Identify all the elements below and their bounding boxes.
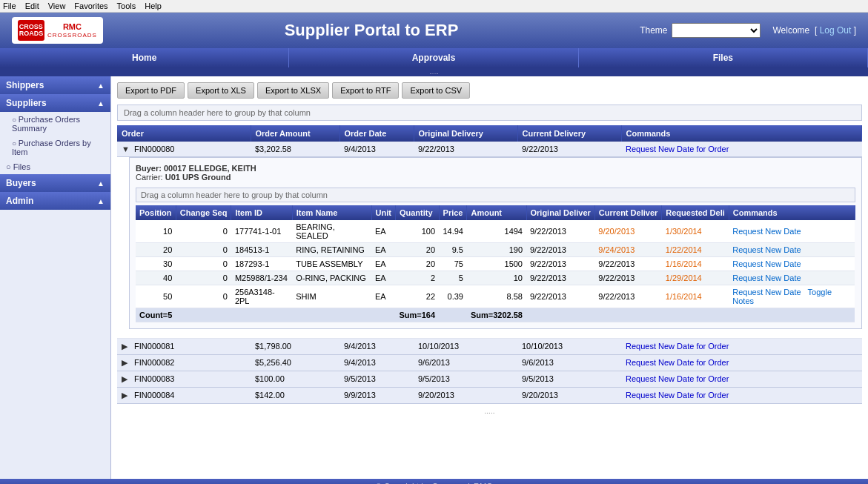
nav-home[interactable]: Home	[0, 48, 289, 67]
item-id-cell: 187293-1	[231, 257, 292, 271]
inner-cmd-cell: Request New Date	[729, 243, 855, 257]
commands-cell: Request New Date for Order	[621, 142, 862, 157]
inner-col-unit[interactable]: Unit	[371, 205, 395, 220]
menu-edit[interactable]: Edit	[25, 1, 39, 10]
menu-favorites[interactable]: Favorites	[74, 1, 107, 10]
chg-seq-cell: 0	[176, 257, 231, 271]
request-new-date-order-link[interactable]: Request New Date for Order	[626, 391, 729, 400]
footer-empty3	[292, 308, 371, 322]
inner-col-req-delivery[interactable]: Requested Deli	[662, 205, 729, 220]
menu-bar: File Edit View Favorites Tools Help	[0, 0, 868, 13]
req-new-date-link[interactable]: Request New Date	[732, 245, 801, 254]
theme-area: Theme	[640, 23, 761, 38]
price-cell: 5	[439, 271, 467, 285]
col-commands[interactable]: Commands	[621, 125, 862, 142]
amount-cell: 1494	[467, 220, 526, 243]
request-new-date-order-link[interactable]: Request New Date for Order	[626, 342, 729, 351]
curr-delivery-cell: 9/20/2013	[517, 388, 621, 404]
col-order-amount[interactable]: Order Amount	[251, 125, 339, 142]
item-id-cell: 177741-1-01	[231, 220, 292, 243]
qty-cell: 2	[395, 271, 439, 285]
col-order[interactable]: Order	[117, 125, 251, 142]
main-table: Order Order Amount Order Date Original D…	[117, 125, 862, 404]
request-new-date-order-link[interactable]: Request New Date for Order	[626, 145, 729, 153]
inner-col-orig-delivery[interactable]: Original Deliver	[526, 205, 594, 220]
req-del-cell: 1/16/2014	[662, 257, 729, 271]
req-new-date-link[interactable]: Request New Date	[732, 274, 801, 282]
order-amount-cell: $5,256.40	[251, 355, 339, 371]
unit-cell: EA	[371, 243, 395, 257]
unit-cell: EA	[371, 220, 395, 243]
orig-delivery-cell: 10/10/2013	[414, 339, 517, 355]
sidebar-item-purchase-orders-summary[interactable]: Purchase Orders Summary	[0, 112, 110, 136]
inner-col-change-seq[interactable]: Change Seq	[176, 205, 231, 220]
export-pdf-button[interactable]: Export to PDF	[117, 82, 185, 99]
menu-help[interactable]: Help	[145, 1, 162, 10]
table-row: ▼ FIN000080 $3,202.58 9/4/2013 9/22/2013…	[117, 142, 862, 157]
logo-subtitle: CROSSROADS	[47, 32, 97, 39]
order-amount-cell: $100.00	[251, 371, 339, 388]
inner-col-item-id[interactable]: Item ID	[231, 205, 292, 220]
theme-select[interactable]	[672, 23, 761, 38]
table-row: ▶ FIN000083 $100.00 9/5/2013 9/5/2013 9/…	[117, 371, 862, 388]
sidebar-item-files[interactable]: ○ Files	[0, 159, 110, 174]
inner-table-row: 50 0 256A3148-2PL SHIM EA 22 0.39 8.58 9	[136, 285, 855, 308]
expand-button[interactable]: ▶	[122, 374, 132, 384]
export-xlsx-button[interactable]: Export to XLSX	[257, 82, 329, 99]
menu-tools[interactable]: Tools	[117, 1, 136, 10]
order-id: FIN000082	[134, 358, 174, 367]
menu-view[interactable]: View	[48, 1, 66, 10]
inner-col-curr-delivery[interactable]: Current Deliver	[594, 205, 661, 220]
inner-drag-hint: Drag a column header here to group by th…	[136, 188, 855, 202]
request-new-date-order-link[interactable]: Request New Date for Order	[626, 374, 729, 383]
req-new-date-link[interactable]: Request New Date	[732, 227, 801, 236]
chg-seq-cell: 0	[176, 271, 231, 285]
col-order-date[interactable]: Order Date	[339, 125, 414, 142]
inner-col-amount[interactable]: Amount	[467, 205, 526, 220]
inner-col-item-name[interactable]: Item Name	[292, 205, 371, 220]
nav-approvals[interactable]: Approvals	[289, 48, 578, 67]
menu-file[interactable]: File	[3, 1, 16, 10]
export-rtf-button[interactable]: Export to RTF	[332, 82, 399, 99]
orig-delivery-cell: 9/22/2013	[414, 142, 517, 157]
curr-del-cell: 9/24/2013	[594, 243, 661, 257]
footer-empty2	[231, 308, 292, 322]
export-xls-button[interactable]: Export to XLS	[188, 82, 254, 99]
commands-cell: Request New Date for Order	[621, 371, 862, 388]
theme-label: Theme	[640, 25, 667, 36]
inner-col-commands[interactable]: Commands	[729, 205, 855, 220]
logout-link[interactable]: Log Out	[820, 25, 852, 36]
orig-del-cell: 9/22/2013	[526, 271, 594, 285]
inner-footer-row: Count=5 Sum=164 Sum=3202.58	[136, 308, 855, 322]
sidebar-section-suppliers[interactable]: Suppliers ▲	[0, 94, 110, 112]
sidebar-section-admin[interactable]: Admin ▲	[0, 192, 110, 210]
export-csv-button[interactable]: Export to CSV	[402, 82, 470, 99]
req-new-date-link[interactable]: Request New Date	[732, 288, 801, 296]
expand-button[interactable]: ▶	[122, 358, 132, 368]
sidebar-section-buyers[interactable]: Buyers ▲	[0, 174, 110, 192]
expand-button[interactable]: ▼	[122, 145, 132, 153]
nav-files[interactable]: Files	[579, 48, 868, 67]
sidebar-item-purchase-orders-by-item[interactable]: Purchase Orders by Item	[0, 136, 110, 159]
export-bar: Export to PDF Export to XLS Export to XL…	[117, 82, 862, 99]
inner-cmd-cell: Request New Date Toggle Notes	[729, 285, 855, 308]
col-current-delivery[interactable]: Current Delivery	[517, 125, 621, 142]
sidebar-section-shippers[interactable]: Shippers ▲	[0, 76, 110, 94]
sum-amount-cell: Sum=3202.58	[467, 308, 526, 322]
orig-delivery-cell: 9/5/2013	[414, 371, 517, 388]
footer-empty8	[662, 308, 729, 322]
inner-col-quantity[interactable]: Quantity	[395, 205, 439, 220]
curr-del-cell: 9/22/2013	[594, 285, 661, 308]
request-new-date-order-link[interactable]: Request New Date for Order	[626, 358, 729, 367]
col-original-delivery[interactable]: Original Delivery	[414, 125, 517, 142]
inner-col-price[interactable]: Price	[439, 205, 467, 220]
expand-button[interactable]: ▶	[122, 391, 132, 400]
footer-empty6	[526, 308, 594, 322]
expand-button[interactable]: ▶	[122, 342, 132, 351]
commands-cell: Request New Date for Order	[621, 339, 862, 355]
curr-delivery-cell: 10/10/2013	[517, 339, 621, 355]
inner-col-position[interactable]: Position	[136, 205, 176, 220]
sidebar-section-shippers-label: Shippers	[6, 80, 44, 90]
req-del-cell: 1/16/2014	[662, 285, 729, 308]
req-new-date-link[interactable]: Request New Date	[732, 259, 801, 268]
